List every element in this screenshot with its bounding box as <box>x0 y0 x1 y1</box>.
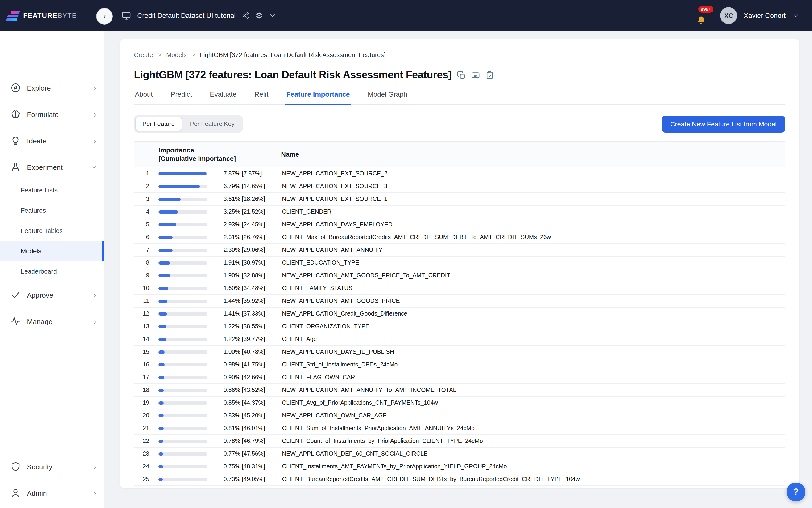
row-name: CLIENT_Count_of_Installments_by_PriorApp… <box>281 438 785 444</box>
row-rank: 4. <box>134 209 159 215</box>
importance-bar-track <box>159 414 208 417</box>
sidebar-subitem-feature-tables[interactable]: Feature Tables <box>0 221 104 241</box>
importance-bar <box>159 452 217 456</box>
tab-predict[interactable]: Predict <box>170 89 193 105</box>
table-row[interactable]: 14. 1.22% [39.77%] CLIENT_Age <box>134 333 785 346</box>
importance-bar-fill <box>159 172 207 175</box>
table-row[interactable]: 24. 0.75% [48.31%] CLIENT_Installments_A… <box>134 461 785 473</box>
copy-icon[interactable] <box>457 71 466 80</box>
clipboard-check-icon[interactable] <box>485 71 494 80</box>
user-avatar[interactable]: XC <box>720 7 737 24</box>
table-row[interactable]: 4. 3.25% [21.52%] CLIENT_GENDER <box>134 206 785 219</box>
share-icon[interactable] <box>242 12 249 19</box>
tab-feature-importance[interactable]: Feature Importance <box>285 89 351 105</box>
table-row[interactable]: 3. 3.61% [18.26%] NEW_APPLICATION_EXT_SO… <box>134 193 785 206</box>
table-row[interactable]: 26. 0.71% [49.75%] NEW_APPLICATION_FLAG_… <box>134 486 785 488</box>
table-row[interactable]: 16. 0.98% [41.75%] CLIENT_Std_of_Install… <box>134 359 785 372</box>
importance-bar-track <box>159 452 208 456</box>
table-row[interactable]: 18. 0.86% [43.52%] NEW_APPLICATION_AMT_A… <box>134 384 785 397</box>
tab-about[interactable]: About <box>134 89 154 105</box>
tab-evaluate[interactable]: Evaluate <box>209 89 237 105</box>
row-importance-label: 1.22% [39.77%] <box>217 336 281 343</box>
table-row[interactable]: 15. 1.00% [40.78%] NEW_APPLICATION_DAYS_… <box>134 346 785 359</box>
table-row[interactable]: 20. 0.83% [45.20%] NEW_APPLICATION_OWN_C… <box>134 410 785 422</box>
help-button[interactable]: ? <box>786 482 805 501</box>
sidebar-subitem-leaderboard[interactable]: Leaderboard <box>0 261 104 282</box>
create-feature-list-button[interactable]: Create New Feature List from Model <box>662 115 785 132</box>
sidebar-collapse-button[interactable]: ‹ <box>96 8 113 25</box>
toggle-per-feature[interactable]: Per Feature <box>135 117 182 131</box>
table-row[interactable]: 1. 7.87% [7.87%] NEW_APPLICATION_EXT_SOU… <box>134 168 785 180</box>
table-row[interactable]: 7. 2.30% [29.06%] NEW_APPLICATION_AMT_AN… <box>134 244 785 257</box>
table-row[interactable]: 17. 0.90% [42.66%] CLIENT_FLAG_OWN_CAR <box>134 372 785 384</box>
importance-bar-fill <box>159 478 163 481</box>
row-rank: 12. <box>134 310 159 317</box>
breadcrumb-separator: > <box>191 51 195 58</box>
row-rank: 11. <box>134 298 159 304</box>
row-importance-label: 3.25% [21.52%] <box>217 209 281 215</box>
table-row[interactable]: 21. 0.81% [46.01%] CLIENT_Sum_of_Install… <box>134 422 785 435</box>
workspace-chevron-down-icon[interactable] <box>269 12 276 19</box>
toggle-per-feature-key[interactable]: Per Feature Key <box>183 117 241 131</box>
sidebar-item-security[interactable]: Security › <box>0 453 104 480</box>
importance-bar <box>159 427 217 430</box>
tab-refit[interactable]: Refit <box>254 89 269 105</box>
sidebar-item-formulate[interactable]: Formulate › <box>0 101 104 127</box>
table-toolbar: Per Feature Per Feature Key Create New F… <box>134 115 785 132</box>
importance-bar-track <box>159 427 208 430</box>
sidebar-item-label: Admin <box>27 489 47 497</box>
sidebar-subitem-features[interactable]: Features <box>0 201 104 221</box>
chevron-right-icon: › <box>94 110 96 118</box>
table-row[interactable]: 5. 2.93% [24.45%] NEW_APPLICATION_DAYS_E… <box>134 219 785 231</box>
row-importance-label: 2.30% [29.06%] <box>217 247 281 254</box>
main-content: Create > Models > LightGBM [372 features… <box>104 31 812 508</box>
table-row[interactable]: 8. 1.91% [30.97%] CLIENT_EDUCATION_TYPE <box>134 257 785 269</box>
breadcrumb: Create > Models > LightGBM [372 features… <box>134 51 785 58</box>
table-row[interactable]: 19. 0.85% [44.37%] CLIENT_Avg_of_PriorAp… <box>134 397 785 410</box>
tab-model-graph[interactable]: Model Graph <box>367 89 408 105</box>
sidebar-bottom: Security › Admin › <box>0 453 104 506</box>
row-importance-label: 0.77% [47.56%] <box>217 451 281 457</box>
table-row[interactable]: 25. 0.73% [49.05%] CLIENT_BureauReported… <box>134 473 785 486</box>
importance-column-header: Importance [Cumulative Importance] <box>159 146 281 163</box>
breadcrumb-link-models[interactable]: Models <box>166 51 187 58</box>
user-menu-chevron-down-icon[interactable] <box>792 12 800 19</box>
sidebar-item-experiment[interactable]: Experiment › <box>0 154 104 180</box>
table-row[interactable]: 11. 1.44% [35.92%] NEW_APPLICATION_AMT_G… <box>134 295 785 308</box>
sidebar-subitem-feature-lists[interactable]: Feature Lists <box>0 180 104 201</box>
row-rank: 13. <box>134 323 159 330</box>
row-importance-label: 0.98% [41.75%] <box>217 362 281 368</box>
sidebar-item-admin[interactable]: Admin › <box>0 480 104 506</box>
table-row[interactable]: 10. 1.60% [34.48%] CLIENT_FAMILY_STATUS <box>134 282 785 295</box>
sidebar-item-explore[interactable]: Explore › <box>0 75 104 101</box>
table-row[interactable]: 13. 1.22% [38.55%] CLIENT_ORGANIZATION_T… <box>134 321 785 333</box>
table-row[interactable]: 23. 0.77% [47.56%] NEW_APPLICATION_DEF_6… <box>134 448 785 461</box>
sidebar-item-approve[interactable]: Approve › <box>0 282 104 308</box>
sidebar-item-manage[interactable]: Manage › <box>0 308 104 334</box>
sidebar-subitem-models[interactable]: Models <box>0 241 104 261</box>
table-row[interactable]: 12. 1.41% [37.33%] NEW_APPLICATION_Credi… <box>134 308 785 321</box>
workspace-title[interactable]: Credit Default Dataset UI tutorial <box>137 12 235 19</box>
row-importance-label: 1.90% [32.88%] <box>217 272 281 279</box>
importance-bar-fill <box>159 274 170 277</box>
breadcrumb-link-create[interactable]: Create <box>134 51 153 58</box>
importance-bar-track <box>159 261 208 265</box>
sidebar-item-ideate[interactable]: Ideate › <box>0 127 104 154</box>
importance-table-header: Importance [Cumulative Importance] Name <box>134 141 785 168</box>
top-bar-right: 999+ XC Xavier Conort <box>695 0 800 31</box>
logo[interactable]: FEATUREBYTE <box>0 0 104 31</box>
importance-bar-fill <box>159 439 163 443</box>
row-rank: 10. <box>134 285 159 292</box>
table-row[interactable]: 9. 1.90% [32.88%] NEW_APPLICATION_AMT_GO… <box>134 269 785 282</box>
table-row[interactable]: 2. 6.79% [14.65%] NEW_APPLICATION_EXT_SO… <box>134 180 785 193</box>
importance-bar <box>159 338 217 341</box>
id-badge-icon[interactable]: ID <box>471 71 480 80</box>
importance-bar-track <box>159 389 208 392</box>
sidebar: FEATUREBYTE Explore › Formulate › Ideate… <box>0 0 104 508</box>
notifications-button[interactable]: 999+ <box>695 4 714 27</box>
compass-icon <box>10 83 21 93</box>
settings-gear-icon[interactable]: ⚙ <box>255 11 263 19</box>
row-rank: 17. <box>134 374 159 381</box>
table-row[interactable]: 6. 2.31% [26.76%] CLIENT_Max_of_BureauRe… <box>134 231 785 244</box>
table-row[interactable]: 22. 0.78% [46.79%] CLIENT_Count_of_Insta… <box>134 435 785 448</box>
